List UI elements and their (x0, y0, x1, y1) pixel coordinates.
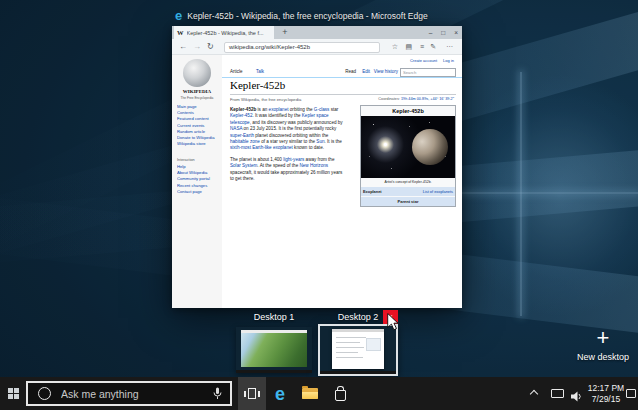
desktop1-thumbnail[interactable] (236, 327, 312, 373)
infobox-title: Kepler-452b (361, 106, 455, 116)
tab-article[interactable]: Article (230, 69, 243, 74)
volume-icon[interactable] (571, 388, 582, 406)
window-controls: – □ × (429, 26, 458, 39)
interaction-heading: Interaction (177, 158, 221, 162)
microphone-icon[interactable] (213, 387, 222, 400)
create-account-link[interactable]: Create account (410, 58, 437, 63)
task-view-button[interactable] (238, 377, 266, 410)
desktop2-thumbnail-selected[interactable] (318, 324, 398, 376)
desktop1-label: Desktop 1 (236, 312, 312, 322)
mini-window-content (241, 333, 307, 367)
mini-taskbar (320, 371, 396, 374)
cortana-search-box[interactable] (26, 381, 232, 406)
planet-sphere (412, 129, 448, 165)
mouse-cursor (387, 313, 399, 331)
coordinates-label: Coordinates: (378, 97, 400, 101)
desktop1-mini-window (241, 330, 307, 367)
wikipedia-globe-icon (183, 59, 211, 87)
edge-icon: e (275, 385, 285, 403)
show-hidden-icons-chevron[interactable] (530, 390, 538, 398)
edge-taskbar-button[interactable]: e (266, 377, 294, 410)
mini-text-line (336, 342, 360, 343)
wikipedia-tagline: The Free Encyclopedia (172, 96, 222, 100)
window-preview-title: Kepler-452b - Wikipedia, the free encycl… (187, 11, 427, 21)
sidebar-link[interactable]: Wikipedia store (177, 141, 221, 147)
clock-time: 12:17 PM (585, 383, 627, 394)
image-caption: Artist's concept of Kepler-452b. (361, 178, 455, 186)
hub-icon[interactable]: ≡ (420, 39, 424, 55)
wikipedia-article-area: Create account Log in Article Talk Read … (222, 55, 462, 308)
wiki-interaction-list: Interaction Help About Wikipedia Communi… (177, 158, 221, 195)
tab-edit[interactable]: Edit (362, 69, 370, 74)
favorites-star-icon[interactable]: ☆ (392, 39, 398, 55)
wiki-nav-list: Main page Contents Featured content Curr… (177, 104, 221, 147)
folder-icon (302, 388, 318, 399)
infobox: Kepler-452b Artist's concept of Kepler-4… (360, 105, 456, 207)
sidebar-link[interactable]: Contact page (177, 189, 221, 195)
wikipedia-page: WIKIPEDIA The Free Encyclopedia Main pag… (172, 55, 462, 308)
list-of-exoplanets-link[interactable]: List of exoplanets (408, 187, 455, 196)
taskbar: e 12:17 PM 7/29/15 (0, 377, 638, 410)
new-desktop-label[interactable]: New desktop (560, 352, 638, 362)
refresh-icon[interactable]: ↻ (207, 39, 214, 55)
desktop-screen: e Kepler-452b - Wikipedia, the free ency… (0, 0, 638, 410)
infobox-type-row: Exoplanet List of exoplanets (361, 186, 455, 196)
taskbar-search-input[interactable] (59, 387, 213, 401)
infobox-type: Exoplanet (361, 187, 408, 196)
action-center-icon[interactable] (626, 389, 636, 398)
cortana-circle-icon (38, 387, 51, 400)
maximize-button[interactable]: □ (441, 26, 445, 39)
new-desktop-plus-icon[interactable]: + (592, 327, 614, 349)
article-body: Kepler-452b is an exoplanet orbiting the… (230, 107, 346, 187)
close-button[interactable]: × (454, 26, 458, 39)
article-title: Kepler-452b (230, 79, 456, 95)
article-byline: From Wikipedia, the free encyclopedia (230, 97, 301, 102)
edge-window-preview[interactable]: W Kepler-452b - Wikipedia, the f... + – … (172, 26, 462, 308)
more-options-icon[interactable]: ⋯ (446, 39, 453, 55)
tab-read[interactable]: Read (345, 69, 356, 74)
new-tab-button[interactable]: + (279, 26, 291, 39)
network-icon[interactable] (551, 389, 564, 398)
wikipedia-favicon-icon: W (177, 29, 184, 36)
article-tab-row: Article Talk Read Edit View history (222, 67, 462, 78)
coordinates-line: Coordinates: 19h 44m 00.89s, +44° 16′ 39… (378, 97, 454, 101)
edge-tab-bar: W Kepler-452b - Wikipedia, the f... + – … (172, 26, 462, 39)
store-button[interactable] (326, 377, 354, 410)
coordinates-link[interactable]: 19h 44m 00.89s, +44° 16′ 39.2″ (401, 97, 454, 101)
start-button[interactable] (0, 377, 26, 410)
windows-flag-icon (8, 388, 19, 399)
planet-image (361, 116, 455, 178)
wikipedia-sidebar: WIKIPEDIA The Free Encyclopedia Main pag… (172, 55, 222, 308)
back-icon[interactable]: ← (179, 39, 187, 55)
paragraph-1: Kepler-452b is an exoplanet orbiting the… (230, 107, 346, 152)
infobox-section-header: Parent star (361, 196, 455, 206)
wiki-search-input[interactable] (400, 68, 456, 77)
log-in-link[interactable]: Log in (443, 58, 454, 63)
browser-tab[interactable]: W Kepler-452b - Wikipedia, the f... (174, 26, 274, 39)
url-field[interactable]: wikipedia.org/wiki/Kepler-452b (224, 42, 380, 53)
star-speckles (361, 116, 362, 117)
mini-taskbar (236, 370, 312, 373)
mini-infobox (366, 338, 381, 351)
edge-logo-icon: e (175, 9, 182, 22)
tab-view-history[interactable]: View history (374, 69, 398, 74)
file-explorer-button[interactable] (296, 377, 324, 410)
tab-title: Kepler-452b - Wikipedia, the f... (187, 30, 271, 36)
mini-text-line (336, 357, 363, 358)
account-links: Create account Log in (410, 58, 454, 63)
paragraph-2: The planet is about 1,400 light-years aw… (230, 157, 346, 183)
tab-talk[interactable]: Talk (256, 69, 264, 74)
window-preview-header: e Kepler-452b - Wikipedia, the free ency… (175, 8, 475, 23)
task-view-icon (244, 388, 260, 399)
minimize-button[interactable]: – (429, 26, 433, 39)
mini-text-line (336, 352, 358, 353)
edge-address-bar: ← → ↻ wikipedia.org/wiki/Kepler-452b ☆ ▤… (172, 39, 462, 55)
store-bag-icon (335, 390, 346, 401)
reading-view-icon[interactable]: ▤ (405, 39, 412, 55)
mini-window-titlebar (332, 329, 384, 332)
wikipedia-wordmark: WIKIPEDIA (172, 89, 222, 94)
desktop2-mini-window (332, 329, 384, 369)
taskbar-clock[interactable]: 12:17 PM 7/29/15 (585, 383, 627, 404)
web-note-icon[interactable]: ✎ (430, 39, 436, 55)
forward-icon[interactable]: → (193, 39, 201, 55)
